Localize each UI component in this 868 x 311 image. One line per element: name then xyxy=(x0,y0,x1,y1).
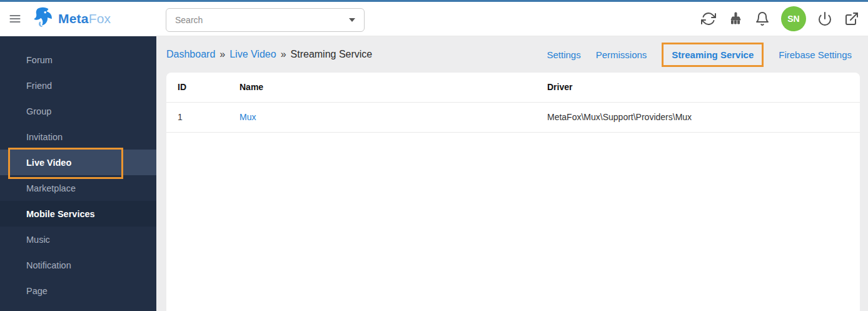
topbar-action-icons: SN xyxy=(700,6,860,31)
cell-id: 1 xyxy=(166,102,240,132)
tab-firebase-settings[interactable]: Firebase Settings xyxy=(779,49,852,60)
breadcrumb-separator: » xyxy=(220,49,225,60)
logo-text: MetaFox xyxy=(58,11,111,26)
column-header-driver: Driver xyxy=(547,73,860,102)
section-tabs: Settings Permissions Streaming Service F… xyxy=(547,43,852,67)
sidebar-item-page[interactable]: Page xyxy=(0,278,156,303)
table-row: 1 Mux MetaFox\Mux\Support\Providers\Mux xyxy=(166,102,860,132)
main-content: Dashboard » Live Video » Streaming Servi… xyxy=(156,36,868,311)
cell-driver: MetaFox\Mux\Support\Providers\Mux xyxy=(547,102,860,132)
cell-name: Mux xyxy=(240,102,547,132)
broom-icon[interactable] xyxy=(727,11,744,27)
admin-sidebar: Forum Friend Group Invitation Live Video… xyxy=(0,36,156,311)
table-header-row: ID Name Driver xyxy=(166,73,860,102)
caret-down-icon[interactable] xyxy=(349,18,355,22)
sidebar-item-live-video[interactable]: Live Video xyxy=(0,150,156,175)
sidebar-item-music[interactable]: Music xyxy=(0,227,156,252)
sidebar-item-invitation[interactable]: Invitation xyxy=(0,124,156,150)
app-body: Forum Friend Group Invitation Live Video… xyxy=(0,36,868,311)
streaming-service-table: ID Name Driver 1 Mux MetaFox\Mux\Support… xyxy=(166,73,860,133)
brand-secondary: Fox xyxy=(89,11,111,26)
tab-settings[interactable]: Settings xyxy=(547,49,580,60)
sidebar-item-friend[interactable]: Friend xyxy=(0,73,156,98)
mux-link[interactable]: Mux xyxy=(240,112,256,122)
refresh-icon[interactable] xyxy=(700,11,717,27)
sidebar-item-forum[interactable]: Forum xyxy=(0,47,156,73)
hamburger-menu-icon[interactable] xyxy=(6,9,24,28)
fox-logo-icon xyxy=(33,6,55,31)
breadcrumb: Dashboard » Live Video » Streaming Servi… xyxy=(166,49,372,60)
streaming-service-card: ID Name Driver 1 Mux MetaFox\Mux\Support… xyxy=(166,73,860,311)
breadcrumb-separator: » xyxy=(281,49,286,60)
brand-primary: Meta xyxy=(58,11,89,26)
tab-streaming-service[interactable]: Streaming Service xyxy=(662,43,764,67)
top-navigation-bar: MetaFox SN xyxy=(0,2,868,36)
column-header-name: Name xyxy=(240,73,547,102)
breadcrumb-current-page: Streaming Service xyxy=(291,49,373,60)
external-link-icon[interactable] xyxy=(844,11,860,27)
breadcrumb-live-video-link[interactable]: Live Video xyxy=(230,49,276,60)
sidebar-item-group[interactable]: Group xyxy=(0,98,156,124)
column-header-id: ID xyxy=(166,73,240,102)
power-icon[interactable] xyxy=(817,11,833,27)
sidebar-item-notification[interactable]: Notification xyxy=(0,252,156,278)
sidebar-item-mobile-services[interactable]: Mobile Services xyxy=(0,201,156,227)
search-input[interactable] xyxy=(175,15,349,25)
breadcrumb-dashboard-link[interactable]: Dashboard xyxy=(166,49,215,60)
bell-icon[interactable] xyxy=(754,11,770,27)
content-header: Dashboard » Live Video » Streaming Servi… xyxy=(156,36,868,73)
metafox-logo[interactable]: MetaFox xyxy=(33,6,111,31)
user-avatar[interactable]: SN xyxy=(781,6,806,31)
tab-permissions[interactable]: Permissions xyxy=(596,49,647,60)
sidebar-item-marketplace[interactable]: Marketplace xyxy=(0,175,156,201)
global-search-combobox[interactable] xyxy=(166,8,365,32)
